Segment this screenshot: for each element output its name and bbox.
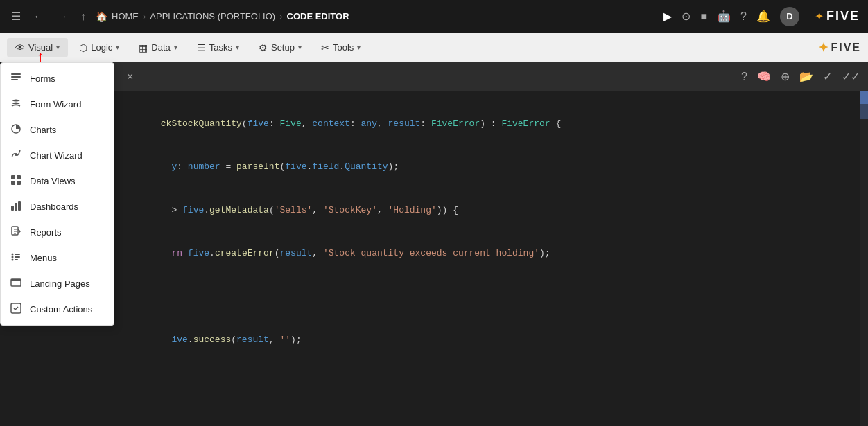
dropdown-forms[interactable]: Forms <box>1 66 114 91</box>
dropdown-dashboards[interactable]: Dashboards <box>1 194 114 220</box>
tasks-icon: ☰ <box>197 42 206 53</box>
minimap-highlight <box>860 91 868 104</box>
dropdown-data-views[interactable]: Data Views <box>1 168 114 194</box>
logo-text: FIVE <box>826 9 860 24</box>
top-bar-right: ▶ ⊙ ■ 🤖 ? 🔔 D ✦ FIVE <box>663 7 860 26</box>
svg-point-13 <box>12 254 14 256</box>
code-line-6 <box>128 290 854 304</box>
editor-check-icon[interactable]: ✓ <box>823 70 832 83</box>
svg-rect-7 <box>11 181 15 185</box>
editor-add-icon[interactable]: ⊕ <box>781 70 790 83</box>
svg-rect-5 <box>11 175 15 179</box>
menu-tools[interactable]: ✂ Tools ▾ <box>313 38 369 57</box>
dropdown-chart-wizard[interactable]: Chart Wizard <box>1 143 114 168</box>
editor-open-icon[interactable]: 📂 <box>799 70 813 83</box>
svg-rect-17 <box>15 256 20 258</box>
custom-actions-label: Custom Actions <box>30 304 92 314</box>
dropdown-landing-pages[interactable]: Landing Pages <box>1 271 114 296</box>
menu-setup[interactable]: ⚙ Setup ▾ <box>250 38 310 57</box>
logo: ✦ FIVE <box>815 9 860 24</box>
stop-icon[interactable]: ■ <box>700 10 707 23</box>
play-icon[interactable]: ▶ <box>663 10 672 23</box>
svg-rect-9 <box>11 206 14 211</box>
menu-tools-label: Tools <box>333 42 354 53</box>
editor-double-check-icon[interactable]: ✓✓ <box>842 70 860 83</box>
code-line-8: ive.success(result, ''); <box>128 319 854 362</box>
five-logo-text: FIVE <box>831 42 861 54</box>
dropdown-menus[interactable]: Menus <box>1 245 114 271</box>
landing-pages-label: Landing Pages <box>30 278 90 289</box>
editor-help-icon[interactable]: ? <box>741 71 747 83</box>
data-chevron: ▾ <box>174 44 177 51</box>
breadcrumb-editor[interactable]: CODE EDITOR <box>287 11 349 21</box>
avatar[interactable]: D <box>780 7 799 26</box>
logic-icon: ⬡ <box>79 42 87 53</box>
breadcrumb-sep-2: › <box>279 11 282 21</box>
code-line-5 <box>128 276 854 290</box>
notification-icon[interactable]: 🔔 <box>756 10 770 23</box>
top-bar-left: ☰ ← → ↑ 🏠 HOME › APPLICATIONS (PORTFOLIO… <box>8 7 655 26</box>
menu-tasks-label: Tasks <box>209 42 232 53</box>
svg-point-4 <box>15 153 17 156</box>
menu-logic-label: Logic <box>91 42 112 53</box>
editor-minimap <box>860 91 868 426</box>
tasks-chevron: ▾ <box>236 44 239 51</box>
reports-label: Reports <box>30 227 62 238</box>
chart-wizard-label: Chart Wizard <box>30 150 83 161</box>
visual-dropdown: ↑ Forms Form Wizard Charts <box>0 62 114 326</box>
bot-icon[interactable]: 🤖 <box>717 10 731 23</box>
menu-bar: 👁 Visual ▾ ⬡ Logic ▾ ▦ Data ▾ ☰ Tasks ▾ … <box>0 33 868 62</box>
up-icon[interactable]: ↑ <box>78 8 89 26</box>
editor-content[interactable]: ckStockQuantity(five: Five, context: any… <box>114 91 868 426</box>
charts-label: Charts <box>30 125 56 135</box>
code-line-7 <box>128 304 854 319</box>
reports-icon <box>10 226 23 239</box>
logic-chevron: ▾ <box>116 44 119 51</box>
dropdown-reports[interactable]: Reports <box>1 220 114 245</box>
menu-data[interactable]: ▦ Data ▾ <box>130 38 185 57</box>
svg-rect-11 <box>18 201 21 211</box>
svg-rect-10 <box>15 203 17 211</box>
landing-pages-icon <box>10 277 23 290</box>
menus-label: Menus <box>30 253 57 263</box>
setup-icon: ⚙ <box>259 42 268 53</box>
red-arrow-indicator: ↑ <box>37 48 44 66</box>
chart-wizard-icon <box>10 149 23 162</box>
form-wizard-icon <box>10 98 23 111</box>
svg-rect-18 <box>15 259 18 260</box>
svg-rect-6 <box>17 175 21 179</box>
svg-rect-0 <box>11 73 21 75</box>
five-logo: ✦ FIVE <box>818 40 861 55</box>
breadcrumb-apps[interactable]: APPLICATIONS (PORTFOLIO) <box>150 11 275 21</box>
dashboards-label: Dashboards <box>30 202 78 212</box>
home-icon: 🏠 <box>96 11 107 22</box>
search-icon[interactable]: ⊙ <box>682 10 691 23</box>
menus-icon <box>10 251 23 265</box>
menu-logic[interactable]: ⬡ Logic ▾ <box>71 38 128 57</box>
editor-toolbar: × ? 🧠 ⊕ 📂 ✓ ✓✓ <box>114 62 868 91</box>
svg-rect-1 <box>11 76 21 78</box>
menu-data-label: Data <box>151 42 170 53</box>
forward-icon[interactable]: → <box>54 8 71 26</box>
help-icon[interactable]: ? <box>740 10 747 23</box>
visual-icon: 👁 <box>15 42 25 53</box>
editor-close-button[interactable]: × <box>123 68 137 86</box>
setup-chevron: ▾ <box>298 44 302 51</box>
custom-actions-icon <box>10 303 23 316</box>
logo-icon: ✦ <box>815 10 824 23</box>
dropdown-charts[interactable]: Charts <box>1 117 114 143</box>
tools-chevron: ▾ <box>357 44 361 51</box>
dropdown-custom-actions[interactable]: Custom Actions <box>1 296 114 322</box>
data-views-label: Data Views <box>30 176 76 186</box>
forms-icon <box>10 72 23 85</box>
hamburger-icon[interactable]: ☰ <box>8 7 24 26</box>
menu-tasks[interactable]: ☰ Tasks ▾ <box>189 38 248 57</box>
code-line-3: > five.getMetadata('Sells', 'StockKey', … <box>128 189 854 232</box>
data-icon: ▦ <box>139 42 148 53</box>
menu-bar-right: ✦ FIVE <box>818 40 861 55</box>
editor-brain-icon[interactable]: 🧠 <box>757 70 771 83</box>
back-icon[interactable]: ← <box>31 8 47 26</box>
dropdown-form-wizard[interactable]: Form Wizard <box>1 91 114 117</box>
menu-setup-label: Setup <box>271 42 295 53</box>
breadcrumb-home[interactable]: HOME <box>112 11 139 21</box>
